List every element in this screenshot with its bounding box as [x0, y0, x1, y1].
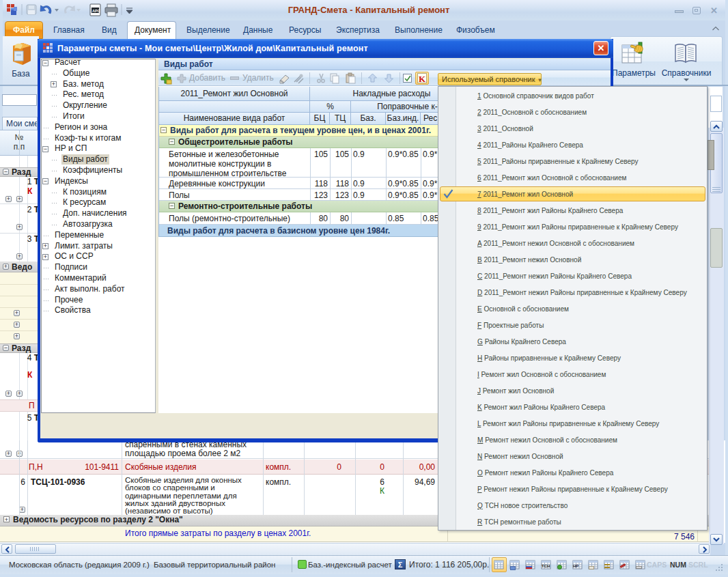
svg-text:APC: APC — [92, 9, 100, 13]
